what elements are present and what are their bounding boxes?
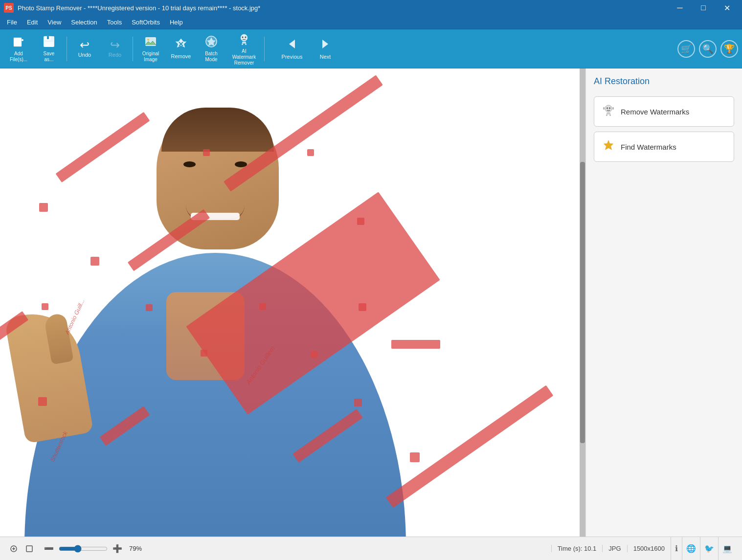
redo-icon: ↪ (110, 39, 120, 51)
maximize-button[interactable]: □ (692, 0, 715, 16)
wm-rect-8 (42, 303, 48, 310)
wm-rect-13 (311, 351, 317, 358)
format-info: JPG (602, 545, 627, 552)
menu-edit[interactable]: Edit (22, 17, 43, 28)
menu-help[interactable]: Help (165, 17, 188, 28)
app-icon: PS (4, 3, 14, 13)
svg-rect-6 (45, 42, 53, 47)
window-title: Photo Stamp Remover - ****Unregistered v… (18, 4, 669, 12)
web-icon[interactable]: 🌐 (682, 537, 700, 560)
remove-button[interactable]: Remove (166, 32, 196, 66)
save-as-label: Saveas... (44, 51, 55, 63)
wm-rect-15 (354, 399, 362, 406)
close-button[interactable]: ✕ (716, 0, 738, 16)
next-button[interactable]: Next (311, 32, 340, 66)
wm-rect-14 (38, 397, 47, 406)
undo-icon: ↩ (80, 39, 90, 51)
right-panel: AI Restoration Remove Watermarks (585, 68, 742, 537)
svg-rect-14 (242, 44, 243, 45)
remove-watermarks-label: Remove Watermarks (621, 108, 689, 116)
eye-left (183, 161, 196, 167)
zoom-fit-button[interactable] (6, 541, 22, 557)
info-icon[interactable]: ℹ (671, 537, 682, 560)
batch-mode-label: BatchMode (205, 51, 218, 63)
remove-label: Remove (171, 53, 191, 60)
svg-rect-13 (242, 42, 246, 44)
svg-rect-5 (47, 36, 49, 39)
search-icon[interactable]: 🔍 (699, 40, 717, 58)
wm-rect-7 (90, 257, 99, 266)
add-files-button[interactable]: AddFile(s)... (4, 32, 33, 66)
scroll-thumb[interactable] (580, 162, 585, 443)
previous-label: Previous (282, 54, 303, 60)
redo-label: Redo (109, 52, 121, 58)
menu-tools[interactable]: Tools (102, 17, 127, 28)
remove-watermarks-icon (602, 104, 615, 119)
original-image-button[interactable]: OriginalImage (136, 32, 165, 66)
svg-rect-15 (245, 44, 247, 45)
dimensions-info: 1500x1600 (627, 545, 671, 552)
computer-icon[interactable]: 💻 (718, 537, 736, 560)
zoom-out-button[interactable]: ➖ (41, 541, 57, 557)
batch-mode-button[interactable]: BatchMode (197, 32, 226, 66)
save-as-button[interactable]: Saveas... (34, 32, 64, 66)
zoom-in-button[interactable]: ➕ (110, 541, 125, 557)
menu-selection[interactable]: Selection (66, 17, 102, 28)
wm-rect-11 (359, 303, 366, 311)
minimize-button[interactable]: ─ (669, 0, 691, 16)
trophy-icon[interactable]: 🏆 (720, 40, 738, 58)
svg-point-20 (605, 105, 612, 112)
remove-icon (175, 38, 187, 52)
ai-watermark-remover-icon (237, 32, 251, 47)
svg-rect-31 (26, 546, 32, 552)
panel-title: AI Restoration (594, 76, 734, 87)
previous-button[interactable]: Previous (277, 32, 307, 66)
svg-point-8 (147, 39, 149, 41)
status-bar: ➖ ➕ 79% Time (s): 10.1 JPG 1500x1600 ℹ 🌐… (0, 537, 742, 560)
svg-rect-23 (609, 114, 611, 116)
canvas-area[interactable]: Antonio Guill... Antonio Guillem Shutter… (0, 68, 585, 537)
twitter-icon[interactable]: 🐦 (700, 537, 718, 560)
batch-mode-icon (205, 35, 218, 50)
svg-point-16 (242, 36, 244, 38)
wm-rect-3 (307, 149, 314, 156)
ai-watermark-remover-label: AIWatermarkRemover (232, 48, 256, 66)
next-label: Next (320, 54, 331, 60)
wm-rect-4 (39, 203, 48, 212)
cart-icon[interactable]: 🛒 (677, 40, 695, 58)
title-bar: PS Photo Stamp Remover - ****Unregistere… (0, 0, 742, 16)
find-watermarks-icon (602, 139, 615, 155)
menu-bar: File Edit View Selection Tools SoftOrbit… (0, 16, 742, 29)
remove-watermarks-button[interactable]: Remove Watermarks (594, 96, 734, 127)
menu-view[interactable]: View (43, 17, 66, 28)
wm-rect-12 (201, 350, 207, 357)
redo-button[interactable]: ↪ Redo (100, 32, 130, 66)
add-files-label: AddFile(s)... (10, 51, 27, 63)
sep3 (264, 37, 265, 61)
undo-button[interactable]: ↩ Undo (70, 32, 99, 66)
svg-rect-21 (607, 112, 610, 114)
svg-rect-22 (606, 114, 607, 116)
time-info: Time (s): 10.1 (551, 545, 603, 552)
svg-marker-18 (289, 40, 295, 48)
time-value: 10.1 (584, 545, 596, 552)
menu-softorbits[interactable]: SoftOrbits (127, 17, 165, 28)
wm-rect-right1 (391, 340, 440, 349)
ai-watermark-remover-button[interactable]: AIWatermarkRemover (227, 32, 261, 66)
svg-marker-19 (322, 40, 328, 48)
sep2 (133, 37, 133, 61)
actual-size-button[interactable] (22, 541, 37, 557)
menu-file[interactable]: File (2, 17, 22, 28)
find-watermarks-label: Find Watermarks (621, 143, 676, 151)
svg-point-25 (609, 108, 610, 109)
wm-rect-9 (146, 304, 153, 311)
head (157, 108, 279, 249)
prev-next-group: Previous Next (277, 32, 340, 66)
canvas-scrollbar[interactable] (580, 68, 585, 537)
time-label: Time (s): (558, 545, 583, 552)
next-icon (318, 37, 332, 53)
zoom-slider[interactable] (59, 545, 108, 553)
zoom-percentage: 79% (129, 545, 149, 552)
find-watermarks-button[interactable]: Find Watermarks (594, 132, 734, 162)
window-controls: ─ □ ✕ (669, 0, 738, 16)
